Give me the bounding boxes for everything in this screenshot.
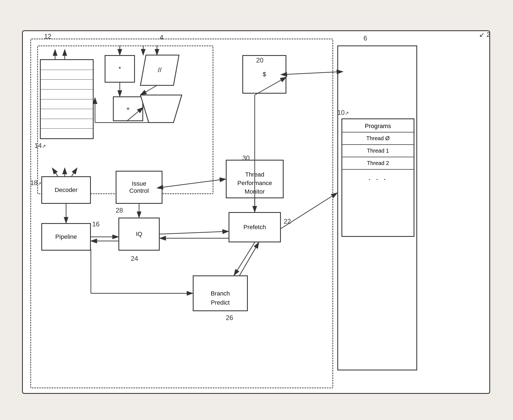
label-10: 10↗ — [337, 109, 349, 116]
branch-predict-box: Branch Predict — [193, 275, 248, 311]
label-28: 28 — [116, 207, 123, 214]
label-12: 12 — [44, 32, 51, 40]
label-26: 26 — [226, 314, 233, 322]
label-4: 4 — [160, 34, 163, 41]
alu-unit: // — [140, 55, 179, 85]
label-16: 16 — [92, 220, 100, 228]
result-bus — [140, 95, 182, 123]
label-30: 30 — [242, 154, 250, 162]
thread-0-row: Thread Ø — [342, 132, 414, 145]
thread-dots: · · · — [342, 170, 414, 188]
iq-box: IQ — [118, 218, 160, 251]
register-file — [40, 59, 94, 139]
cache-box: $ — [242, 55, 286, 94]
thread-1-row: Thread 1 — [342, 145, 414, 157]
add-unit: + — [113, 96, 143, 121]
svg-marker-2 — [140, 95, 182, 123]
label-22: 22 — [284, 218, 291, 225]
label-24: 24 — [131, 255, 138, 262]
prefetch-box: Prefetch — [229, 212, 281, 242]
programs-inner-box: Programs Thread Ø Thread 1 Thread 2 · · … — [341, 118, 414, 237]
multiply-unit: * — [105, 55, 135, 83]
label-18: 18↗ — [30, 179, 41, 187]
decoder-box: Decoder — [41, 176, 91, 204]
svg-text://: // — [158, 66, 162, 74]
issue-control-box: Issue Control — [116, 171, 162, 204]
label-6: 6 — [363, 34, 367, 42]
programs-title: Programs — [342, 119, 414, 132]
label-20: 20 — [256, 56, 264, 64]
tpm-box: Thread Performance Monitor — [226, 160, 284, 198]
label-2: ↙ 2 — [479, 31, 490, 39]
thread-2-row: Thread 2 — [342, 157, 414, 170]
label-14: 14↗ — [34, 142, 46, 150]
diagram-container: ↙ 2 4 12 14↗ * // + — [17, 14, 496, 405]
pipeline-box: Pipeline — [41, 223, 91, 251]
